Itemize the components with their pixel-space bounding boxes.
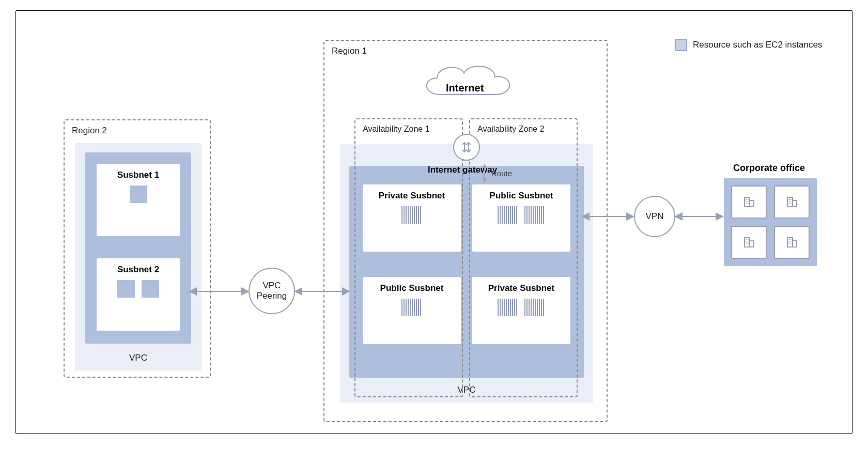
region2-subnet1-resources xyxy=(97,185,180,203)
region2-vpc-outer: Susbnet 1 Susbnet 2 VPC xyxy=(75,143,202,370)
vpn-node: VPN xyxy=(634,196,675,237)
region2-subnet2-resources xyxy=(97,280,180,298)
route-label: Route xyxy=(491,169,512,178)
region1-label: Region 1 xyxy=(332,46,367,56)
building-icon xyxy=(731,185,767,219)
building-icon xyxy=(774,226,810,259)
svg-rect-19 xyxy=(793,241,797,247)
region2-subnet1: Susbnet 1 xyxy=(97,164,180,236)
region2-subnet1-title: Susbnet 1 xyxy=(97,164,180,185)
building-icon xyxy=(731,226,767,259)
resource-block xyxy=(117,280,135,298)
region2-box: Region 2 Susbnet 1 Susbnet 2 VPC xyxy=(64,119,211,378)
region2-label: Region 2 xyxy=(72,126,107,136)
az1-box: Availability Zone 1 xyxy=(354,118,463,397)
region2-vpc-label: VPC xyxy=(129,353,147,363)
svg-rect-3 xyxy=(745,197,750,207)
region2-subnet2-title: Susbnet 2 xyxy=(97,258,180,280)
internet-gateway-icon xyxy=(453,134,480,161)
svg-rect-18 xyxy=(787,238,793,247)
legend-text: Resource such as EC2 instances xyxy=(693,40,822,50)
building-icon xyxy=(774,185,810,219)
vpc-peering-node: VPC Peering xyxy=(249,268,295,314)
region2-subnet2: Susbnet 2 xyxy=(97,258,180,331)
corporate-office-box xyxy=(724,178,817,266)
internet-cloud-icon xyxy=(412,58,521,105)
resource-block xyxy=(130,185,147,203)
az2-label: Availability Zone 2 xyxy=(477,125,545,134)
az1-label: Availability Zone 1 xyxy=(363,125,430,134)
legend-swatch xyxy=(675,39,687,51)
svg-rect-9 xyxy=(793,200,797,207)
resource-block xyxy=(142,280,159,298)
region1-box: Region 1 Internet Private Susbnet Public… xyxy=(323,40,608,422)
svg-rect-13 xyxy=(745,238,750,247)
svg-rect-4 xyxy=(750,200,754,207)
corporate-title: Corporate office xyxy=(733,163,805,174)
svg-rect-8 xyxy=(787,197,793,207)
region2-vpc-inner: Susbnet 1 Susbnet 2 xyxy=(85,152,191,344)
svg-marker-2 xyxy=(483,178,487,182)
svg-marker-1 xyxy=(483,164,487,168)
svg-rect-14 xyxy=(750,241,754,247)
az2-box: Availability Zone 2 xyxy=(469,118,578,397)
diagram-frame: Resource such as EC2 instances Region 2 … xyxy=(16,10,853,434)
internet-label: Internet xyxy=(446,82,484,94)
